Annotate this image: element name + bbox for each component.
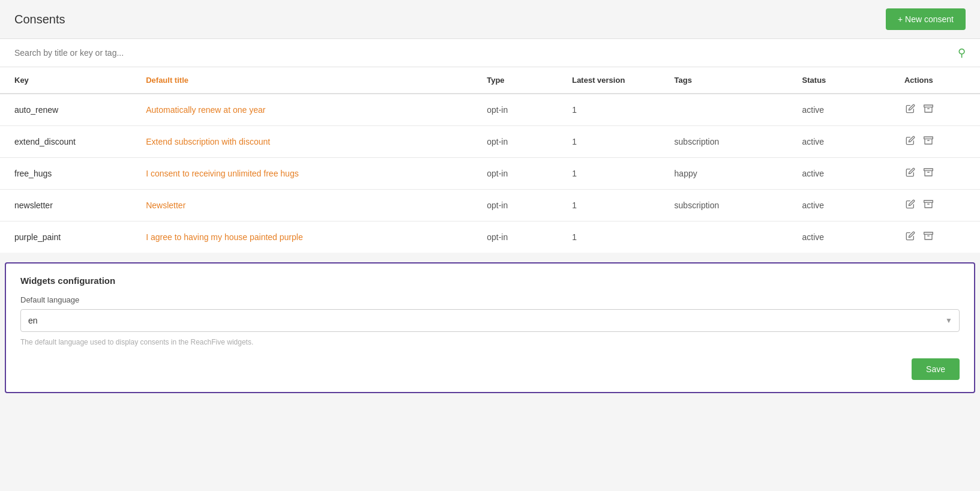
col-header-key: Key bbox=[0, 67, 136, 94]
table-row: auto_renew Automatically renew at one ye… bbox=[0, 94, 980, 126]
cell-status: active bbox=[793, 158, 895, 190]
table-row: newsletter Newsletter opt-in 1 subscript… bbox=[0, 190, 980, 221]
archive-icon[interactable] bbox=[922, 134, 934, 149]
cell-actions bbox=[895, 94, 980, 126]
cell-tags bbox=[665, 94, 793, 126]
language-select[interactable]: enfrdees bbox=[20, 309, 960, 332]
page-header: Consents + New consent bbox=[0, 0, 980, 38]
cell-tags bbox=[665, 221, 793, 253]
svg-rect-2 bbox=[924, 137, 933, 139]
language-hint: The default language used to display con… bbox=[20, 338, 960, 346]
widgets-footer: Save bbox=[20, 358, 960, 380]
edit-icon[interactable] bbox=[904, 166, 916, 181]
edit-icon[interactable] bbox=[904, 134, 916, 149]
widgets-configuration-section: Widgets configuration Default language e… bbox=[5, 262, 975, 393]
cell-status: active bbox=[793, 94, 895, 126]
language-select-wrapper: enfrdees ▼ bbox=[20, 309, 960, 332]
consent-table-section: Key Default title Type Latest version Ta… bbox=[0, 67, 980, 253]
cell-latest-version: 1 bbox=[562, 94, 664, 126]
cell-key: auto_renew bbox=[0, 94, 136, 126]
cell-latest-version: 1 bbox=[562, 158, 664, 190]
col-header-actions: Actions bbox=[895, 67, 980, 94]
cell-status: active bbox=[793, 221, 895, 253]
cell-key: purple_paint bbox=[0, 221, 136, 253]
cell-actions bbox=[895, 221, 980, 253]
cell-status: active bbox=[793, 126, 895, 158]
cell-latest-version: 1 bbox=[562, 221, 664, 253]
page-wrapper: Consents + New consent ⚲ Key Default tit… bbox=[0, 0, 980, 491]
col-header-default-title: Default title bbox=[136, 67, 477, 94]
save-button[interactable]: Save bbox=[912, 358, 960, 380]
cell-actions bbox=[895, 126, 980, 158]
cell-tags: happy bbox=[665, 158, 793, 190]
cell-type: opt-in bbox=[477, 126, 562, 158]
default-language-label: Default language bbox=[20, 295, 960, 304]
col-header-status: Status bbox=[793, 67, 895, 94]
col-header-tags: Tags bbox=[665, 67, 793, 94]
search-section: ⚲ bbox=[0, 38, 980, 67]
archive-icon[interactable] bbox=[922, 198, 934, 212]
table-row: purple_paint I agree to having my house … bbox=[0, 221, 980, 253]
edit-icon[interactable] bbox=[904, 230, 916, 244]
search-input[interactable] bbox=[14, 48, 953, 58]
search-icon: ⚲ bbox=[958, 46, 966, 59]
cell-tags: subscription bbox=[665, 190, 793, 221]
svg-rect-8 bbox=[924, 232, 933, 234]
cell-latest-version: 1 bbox=[562, 126, 664, 158]
col-header-latest-version: Latest version bbox=[562, 67, 664, 94]
edit-icon[interactable] bbox=[904, 198, 916, 212]
cell-key: newsletter bbox=[0, 190, 136, 221]
consent-table: Key Default title Type Latest version Ta… bbox=[0, 67, 980, 253]
svg-rect-4 bbox=[924, 169, 933, 170]
new-consent-button[interactable]: + New consent bbox=[886, 8, 966, 30]
archive-icon[interactable] bbox=[922, 103, 934, 117]
cell-type: opt-in bbox=[477, 94, 562, 126]
cell-default-title: Automatically renew at one year bbox=[136, 94, 477, 126]
cell-latest-version: 1 bbox=[562, 190, 664, 221]
cell-key: extend_discount bbox=[0, 126, 136, 158]
cell-key: free_hugs bbox=[0, 158, 136, 190]
edit-icon[interactable] bbox=[904, 103, 916, 117]
cell-default-title: I agree to having my house painted purpl… bbox=[136, 221, 477, 253]
cell-status: active bbox=[793, 190, 895, 221]
archive-icon[interactable] bbox=[922, 230, 934, 244]
cell-type: opt-in bbox=[477, 190, 562, 221]
cell-type: opt-in bbox=[477, 221, 562, 253]
cell-default-title: Extend subscription with discount bbox=[136, 126, 477, 158]
cell-tags: subscription bbox=[665, 126, 793, 158]
svg-rect-0 bbox=[924, 105, 933, 107]
table-header-row: Key Default title Type Latest version Ta… bbox=[0, 67, 980, 94]
cell-type: opt-in bbox=[477, 158, 562, 190]
page-title: Consents bbox=[14, 13, 65, 26]
table-row: extend_discount Extend subscription with… bbox=[0, 126, 980, 158]
table-row: free_hugs I consent to receiving unlimit… bbox=[0, 158, 980, 190]
cell-actions bbox=[895, 190, 980, 221]
col-header-type: Type bbox=[477, 67, 562, 94]
cell-default-title: Newsletter bbox=[136, 190, 477, 221]
archive-icon[interactable] bbox=[922, 166, 934, 181]
widgets-title: Widgets configuration bbox=[20, 276, 960, 286]
svg-rect-6 bbox=[924, 200, 933, 202]
cell-default-title: I consent to receiving unlimited free hu… bbox=[136, 158, 477, 190]
cell-actions bbox=[895, 158, 980, 190]
